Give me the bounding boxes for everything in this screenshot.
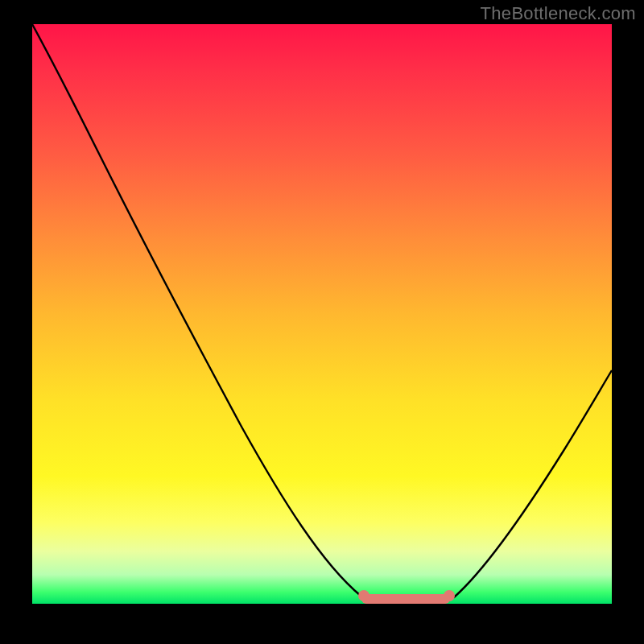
curve-path bbox=[32, 24, 612, 602]
optimal-range-marker-left-cap bbox=[358, 590, 369, 601]
watermark-text: TheBottleneck.com bbox=[481, 3, 636, 24]
optimal-range-marker bbox=[361, 594, 450, 604]
plot-area bbox=[32, 24, 612, 604]
optimal-range-marker-right-cap bbox=[444, 590, 455, 601]
bottleneck-curve bbox=[32, 24, 612, 604]
chart-frame: TheBottleneck.com bbox=[0, 0, 644, 644]
